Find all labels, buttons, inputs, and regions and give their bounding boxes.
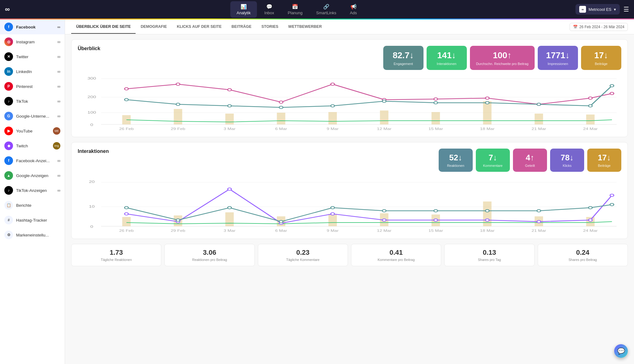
svg-point-20 <box>228 89 231 91</box>
analytics-content: Überblick 82.7↓ Engagement 141↓ Interakt… <box>65 34 634 271</box>
stat-taegliche-reaktionen-value: 1.73 <box>75 249 158 257</box>
tab-analytik-label: Analytik <box>237 11 251 15</box>
sidebar-badge-twitch: img <box>53 142 60 150</box>
tiktok-icon: ♪ <box>4 97 13 106</box>
interaktionen-label: Interaktionen <box>433 62 461 66</box>
metric-beitraege-2: 17↓ Beiträge <box>587 149 621 172</box>
sidebar-item-berichte[interactable]: 📋Berichte <box>0 198 65 213</box>
sidebar-item-linkedin[interactable]: inLinkedIn∞ <box>0 64 65 79</box>
svg-text:29 Feb: 29 Feb <box>171 127 185 130</box>
date-range-picker[interactable]: 📅 26 Feb 2024 - 26 Mär 2024 <box>570 23 628 31</box>
svg-point-70 <box>331 213 334 215</box>
svg-text:6 Mar: 6 Mar <box>275 127 288 130</box>
metric-klicks: 78↓ Klicks <box>550 149 584 172</box>
sidebar-item-pinterest[interactable]: PPinterest∞ <box>0 79 65 94</box>
pinterest-icon: P <box>4 82 13 91</box>
engagement-label: Engagement <box>389 62 417 66</box>
ads-icon: 📢 <box>350 4 357 10</box>
sidebar-item-tiktok[interactable]: ♪TikTok∞ <box>0 94 65 109</box>
stat-reaktionen-pro-beitrag-value: 3.06 <box>168 249 251 257</box>
tab-planung[interactable]: 📅 Planung <box>282 1 309 18</box>
svg-text:3 Mar: 3 Mar <box>224 229 236 232</box>
svg-text:24 Mar: 24 Mar <box>583 229 598 232</box>
svg-point-81 <box>331 206 334 209</box>
svg-point-30 <box>176 103 180 106</box>
hamburger-menu-icon[interactable]: ☰ <box>623 6 629 13</box>
sidebar-label-tiktok: TikTok <box>16 99 54 104</box>
nav-right: ∞ Metricool ES ▾ ☰ <box>575 4 629 15</box>
tab-smartlinks[interactable]: 🔗 SmartLinks <box>310 1 342 18</box>
sidebar-item-twitter[interactable]: ✕Twitter∞ <box>0 49 65 64</box>
svg-point-78 <box>176 219 180 221</box>
svg-rect-58 <box>225 212 234 226</box>
sidebar-badge-linkedin: ∞ <box>57 69 60 74</box>
sidebar-item-instagram[interactable]: ◎Instagram∞ <box>0 34 65 49</box>
berichte-icon: 📋 <box>4 201 13 210</box>
metric-impressionen: 1771↓ Impressionen <box>538 46 578 70</box>
tab-inbox[interactable]: 💬 Inbox <box>258 1 280 18</box>
svg-point-84 <box>485 210 489 212</box>
svg-text:3 Mar: 3 Mar <box>224 127 236 130</box>
tab-ads[interactable]: 📢 Ads <box>344 1 363 18</box>
sidebar-item-google-anz[interactable]: ▲Google-Anzeigen∞ <box>0 168 65 183</box>
subnav-ueberblick[interactable]: ÜBERBLICK ÜBER DIE SEITE <box>71 20 136 34</box>
sidebar-badge-google-anz: ∞ <box>57 173 60 178</box>
sidebar-item-marken[interactable]: ⚙Markeneinstellu... <box>0 228 65 242</box>
sidebar-item-tiktok-anz[interactable]: ♪TikTok-Anzeigen∞ <box>0 183 65 198</box>
linkedin-icon: in <box>4 67 13 76</box>
sidebar-badge-youtube: ME <box>53 127 60 135</box>
impressionen-label: Impressionen <box>544 62 572 66</box>
svg-point-36 <box>485 102 489 104</box>
subnav-demografie[interactable]: DEMOGRAFIE <box>136 20 172 34</box>
twitch-icon: ◆ <box>4 141 13 150</box>
subnav-stories[interactable]: STORIES <box>256 20 283 34</box>
beitraege2-label: Beiträge <box>593 164 615 167</box>
svg-text:21 Mar: 21 Mar <box>532 229 546 232</box>
sidebar-item-facebook[interactable]: fFacebook∞ <box>0 20 65 34</box>
google-unterne-icon: G <box>4 112 13 120</box>
sidebar-badge-instagram: ∞ <box>57 39 60 44</box>
sidebar-badge-pinterest: ∞ <box>57 84 60 89</box>
stat-taegliche-reaktionen-label: Tägliche Reaktionen <box>75 258 158 262</box>
svg-rect-11 <box>277 113 285 124</box>
top-navigation: ∞ 📊 Analytik 💬 Inbox 📅 Planung 🔗 SmartLi… <box>0 0 634 19</box>
twitter-icon: ✕ <box>4 52 13 61</box>
svg-point-21 <box>279 101 283 103</box>
sidebar-item-facebook-anz[interactable]: fFacebook-Anzei...∞ <box>0 153 65 168</box>
svg-text:15 Mar: 15 Mar <box>428 127 443 130</box>
tab-inbox-label: Inbox <box>264 11 274 15</box>
stat-taegliche-reaktionen: 1.73 Tägliche Reaktionen <box>71 244 161 266</box>
tab-ads-label: Ads <box>350 11 357 15</box>
svg-rect-14 <box>432 112 440 124</box>
beitraege2-value: 17↓ <box>593 153 615 162</box>
sub-navigation: ÜBERBLICK ÜBER DIE SEITE DEMOGRAFIE KLIC… <box>65 20 634 34</box>
subnav-wettbewerber[interactable]: WETTBEWERBER <box>283 20 327 34</box>
tab-analytik[interactable]: 📊 Analytik <box>230 1 257 18</box>
interaktionen-metric-cards: 52↓ Reaktionen 7↓ Kommentare 4↑ Geteilt <box>439 149 621 172</box>
svg-text:15 Mar: 15 Mar <box>428 229 443 232</box>
svg-point-68 <box>228 188 231 190</box>
interaktionen-chart: 20 10 0 <box>78 177 621 232</box>
metric-engagement: 82.7↓ Engagement <box>383 46 423 70</box>
stat-shares-pro-beitrag-value: 0.24 <box>541 249 624 257</box>
stat-shares-pro-tag-value: 0.13 <box>448 249 531 257</box>
stat-taegliche-kommentare: 0.23 Tägliche Kommentare <box>258 244 348 266</box>
account-switcher[interactable]: ∞ Metricool ES ▾ <box>575 4 620 15</box>
chat-button[interactable]: 💬 <box>614 344 628 358</box>
geteilt-value: 4↑ <box>519 153 541 162</box>
subnav-klicks[interactable]: KLICKS AUF DER SEITE <box>172 20 227 34</box>
facebook-anz-icon: f <box>4 156 13 165</box>
sidebar-item-twitch[interactable]: ◆Twitchimg <box>0 138 65 153</box>
sidebar-item-youtube[interactable]: ▶YouTubeME <box>0 124 65 138</box>
sidebar-item-hashtag[interactable]: #Hashtag-Tracker <box>0 213 65 228</box>
svg-point-77 <box>124 206 128 209</box>
svg-point-76 <box>610 194 614 197</box>
kommentare-label: Kommentare <box>482 164 504 167</box>
interaktionen-section: Interaktionen 52↓ Reaktionen 7↓ Kommenta… <box>71 142 628 239</box>
interaktionen-chart-svg: 20 10 0 <box>78 177 621 232</box>
svg-text:20: 20 <box>89 180 95 183</box>
sidebar-label-twitch: Twitch <box>16 144 50 148</box>
subnav-beitraege[interactable]: BEITRÄGE <box>227 20 257 34</box>
sidebar-item-google-unterne[interactable]: GGoogle-Unterne...∞ <box>0 109 65 124</box>
beitraege-value: 17↓ <box>587 50 615 61</box>
